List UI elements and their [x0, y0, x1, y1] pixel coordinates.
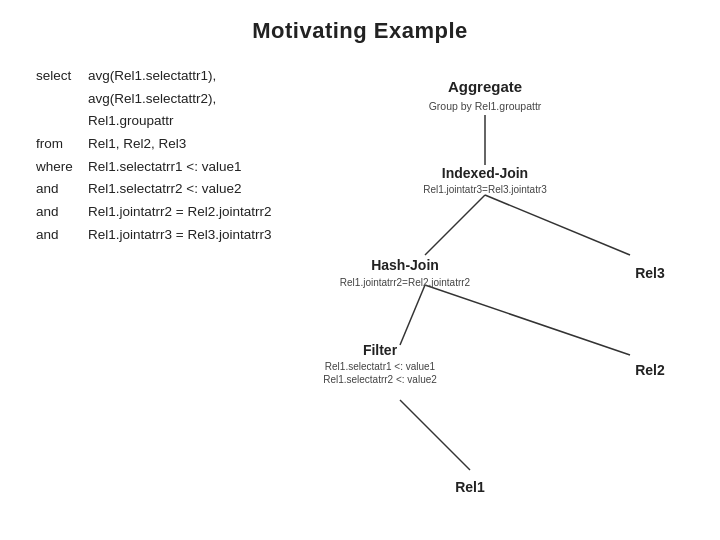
and3-keyword: and [36, 224, 88, 247]
rel2-label: Rel2 [635, 362, 665, 378]
indexed-join-sublabel: Rel1.jointatr3=Rel3.jointatr3 [423, 184, 547, 195]
svg-line-3 [400, 285, 425, 345]
aggregate-sublabel: Group by Rel1.groupattr [429, 100, 542, 112]
aggregate-label: Aggregate [448, 78, 522, 95]
filter-sublabel1: Rel1.selectatr1 <: value1 [325, 361, 436, 372]
hash-join-label: Hash-Join [371, 257, 439, 273]
where-keyword: where [36, 156, 88, 179]
where-value: Rel1.selectatrr1 <: value1 [88, 156, 241, 179]
svg-line-5 [400, 400, 470, 470]
rel3-label: Rel3 [635, 265, 665, 281]
rel1-label: Rel1 [455, 479, 485, 495]
svg-line-2 [485, 195, 630, 255]
and1-keyword: and [36, 178, 88, 201]
tree-svg: Aggregate Group by Rel1.groupattr Indexe… [270, 60, 700, 520]
select-keyword: select [36, 65, 88, 88]
svg-line-1 [425, 195, 485, 255]
filter-sublabel2: Rel1.selectatrr2 <: value2 [323, 374, 437, 385]
and1-value: Rel1.selectatrr2 <: value2 [88, 178, 241, 201]
sql-and1-row: and Rel1.selectatrr2 <: value2 [36, 178, 271, 201]
sql-from-row: from Rel1, Rel2, Rel3 [36, 133, 271, 156]
page-title: Motivating Example [0, 0, 720, 44]
filter-label: Filter [363, 342, 398, 358]
sql-and3-row: and Rel1.jointatrr3 = Rel3.jointatrr3 [36, 224, 271, 247]
from-value: Rel1, Rel2, Rel3 [88, 133, 186, 156]
indexed-join-label: Indexed-Join [442, 165, 528, 181]
tree-diagram: Aggregate Group by Rel1.groupattr Indexe… [270, 60, 700, 520]
sql-block: select avg(Rel1.selectattr1), avg(Rel1.s… [36, 65, 271, 246]
svg-line-4 [425, 285, 630, 355]
from-keyword: from [36, 133, 88, 156]
and2-keyword: and [36, 201, 88, 224]
and3-value: Rel1.jointatrr3 = Rel3.jointatrr3 [88, 224, 271, 247]
sql-select-row: select avg(Rel1.selectattr1), avg(Rel1.s… [36, 65, 271, 133]
sql-and2-row: and Rel1.jointatrr2 = Rel2.jointatrr2 [36, 201, 271, 224]
hash-join-sublabel: Rel1.jointatrr2=Rel2.jointatrr2 [340, 277, 471, 288]
sql-where-row: where Rel1.selectatrr1 <: value1 [36, 156, 271, 179]
select-value-1: avg(Rel1.selectattr1), avg(Rel1.selectat… [88, 65, 216, 133]
and2-value: Rel1.jointatrr2 = Rel2.jointatrr2 [88, 201, 271, 224]
page: Motivating Example select avg(Rel1.selec… [0, 0, 720, 540]
